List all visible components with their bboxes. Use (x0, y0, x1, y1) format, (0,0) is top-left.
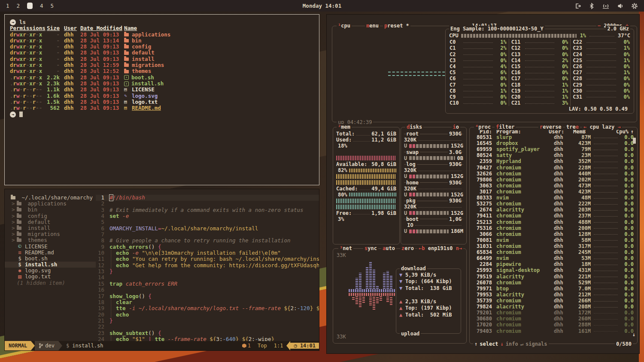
process-row[interactable]: 30680chromiumdhh260M0.0 (470, 316, 637, 322)
code-area[interactable]: 1#!/bin/bash23# Exit immediately if a co… (96, 189, 319, 341)
process-row[interactable]: 3063chromiumdhh473M0.0 (470, 183, 637, 189)
zero-button[interactable]: zero (400, 245, 415, 251)
bluetooth-icon[interactable] (589, 3, 595, 9)
statusline-clock: ◷ 14:01 (290, 343, 319, 349)
tree-file-boot.sh[interactable]: $boot.sh (5, 256, 96, 262)
workspace-4[interactable]: 4 (40, 3, 43, 9)
process-row[interactable]: 79971btopdhh7.0M0.0 (470, 286, 637, 292)
core-row: C271% (571, 69, 632, 75)
cpu-box: ¹cpu menu preset * 14:01:17 − 2000ms + u… (332, 26, 637, 122)
code-line: 3# Exit immediately if a command exits w… (96, 207, 319, 213)
workspace-5[interactable]: 5 (51, 3, 54, 9)
disk-usage-row: U152G (404, 143, 463, 149)
available-meter (349, 169, 396, 172)
process-row[interactable]: 2359Hyprlanddhh352M0.0 (470, 158, 637, 164)
tree-button[interactable]: tree (565, 124, 580, 130)
process-row[interactable]: 26078chromiumdhh529M0.0 (470, 280, 637, 286)
editor-window[interactable]: ~/.local/share/omarchy> applications> bi… (4, 189, 319, 351)
tree-file-logo.txt[interactable]: ▤logo.txt (5, 274, 96, 280)
process-row[interactable]: 70427chromiumdhh228M0.0 (470, 165, 637, 171)
disk-name-row: pkg930G (404, 198, 463, 204)
powerline-separator (286, 341, 290, 350)
proc-footer: ↑select ↓info ↵signals (473, 341, 549, 347)
branch-icon (39, 343, 43, 348)
proc-scrollbar-thumb[interactable] (633, 138, 636, 144)
process-row[interactable]: 25213chromiumdhh488M0.0 (470, 219, 637, 225)
process-row[interactable]: 79824alacrittydhh208M0.0 (470, 304, 637, 310)
select-button[interactable]: select (480, 341, 498, 347)
disk-name-row: log930G (404, 161, 463, 167)
workspace-1[interactable]: 1 (6, 3, 9, 9)
tree-file-README.md[interactable]: ≡README.md (5, 250, 96, 256)
sort-column-switcher[interactable]: ← cpu lazy → (582, 124, 622, 130)
filter-button[interactable]: filter (495, 124, 516, 130)
menu-button[interactable]: menu (365, 23, 380, 29)
code-line: 10│ echo -e "\n\e[31mOmarchy installatio… (96, 250, 319, 256)
workspace-2[interactable]: 2 (17, 3, 20, 9)
auto-button[interactable]: auto (381, 245, 396, 251)
process-row[interactable]: 80333nvimdhh48M0.0 (470, 195, 637, 201)
process-row[interactable]: 2674alacrittydhh203M0.0 (470, 207, 637, 213)
process-row[interactable]: 2284pipewiredhh18M0.0 (470, 261, 637, 267)
process-row[interactable]: 3017chromiumdhh423M0.0 (470, 189, 637, 195)
shell-icon: $ (17, 262, 23, 268)
interface-switcher[interactable]: ←b enp191s0 n→ (417, 245, 463, 251)
process-row[interactable]: 79201chromiumdhh172M0.0 (470, 310, 637, 316)
process-row[interactable]: 3066chromiumdhh128M0.0 (470, 231, 637, 237)
tree-file-LICENSE[interactable]: ©LICENSE (5, 244, 96, 250)
tree-folder-config[interactable]: > config (5, 213, 96, 219)
tree-file-logo.svg[interactable]: ✱logo.svg (5, 268, 96, 274)
core-row: C110% (509, 39, 571, 45)
network-icon[interactable] (602, 3, 610, 9)
process-row[interactable]: 31031chromiumdhh317M0.0 (470, 243, 637, 249)
volume-icon[interactable] (617, 3, 624, 9)
workspace-3[interactable] (27, 3, 33, 9)
download-label: download (400, 265, 427, 272)
process-row[interactable]: 65834chromiumdhh245M0.0 (470, 249, 637, 255)
tree-root[interactable]: ~/.local/share/omarchy (5, 195, 96, 201)
sync-button[interactable]: sync (363, 245, 378, 251)
disk-usage-row: U152G (404, 173, 463, 179)
settings-icon[interactable] (631, 3, 638, 9)
terminal-window[interactable]: ls PermissionsSizeUserDate ModifiedName … (4, 14, 319, 185)
doc-icon: ▤ (124, 87, 129, 93)
process-row[interactable]: 70081nvimdhh58M0.0 (470, 237, 637, 243)
tree-folder-themes[interactable]: > themes (5, 237, 96, 243)
tree-folder-migrations[interactable]: > migrations (5, 231, 96, 237)
process-row[interactable]: 53275chromiumdhh222M0.0 (470, 201, 637, 207)
io-toggle[interactable]: io (452, 124, 460, 130)
process-row[interactable]: 69959spotify_playerdhh79M0.0 (470, 146, 637, 152)
process-row[interactable]: 80524sattydhh23M0.0 (470, 152, 637, 158)
process-row[interactable]: 25993signal-desktopdhh431M0.0 (470, 267, 637, 273)
process-row[interactable]: 66499nvimdhh53M0.0 (470, 255, 637, 261)
process-row[interactable]: 79806chromiumdhh202M0.0 (470, 177, 637, 183)
ls-row: drwxr-xr-x-dhh28 Jul 09:13default (10, 50, 314, 56)
shell-icon: $ (17, 256, 23, 262)
process-row[interactable]: 32626chromiumdhh440M0.0 (470, 171, 637, 177)
info-button[interactable]: info (506, 341, 518, 347)
script-icon: › (124, 81, 129, 86)
tree-folder-applications[interactable]: > applications (5, 201, 96, 207)
process-row[interactable]: 80531slurpdhh87M0.0 (470, 134, 637, 140)
disk-usage-row: U0B (404, 155, 463, 161)
tree-folder-bin[interactable]: > bin (5, 207, 96, 213)
process-row[interactable]: 79403chromiumdhh161M0.0 (470, 328, 637, 334)
tree-folder-default[interactable]: > default (5, 219, 96, 225)
process-row[interactable]: 79519alacrittydhh221M0.0 (470, 274, 637, 280)
process-row[interactable]: 35739chromiumdhh266M0.0 (470, 298, 637, 304)
tree-file-install.sh[interactable]: $install.sh (5, 262, 96, 268)
process-row[interactable]: 16545dropboxdhh423M0.0 (470, 140, 637, 146)
reverse-button[interactable]: reverse (538, 124, 563, 130)
process-row[interactable]: 17020chromiumdhh288M0.0 (470, 322, 637, 328)
up-arrow-icon: ▲ (399, 312, 405, 318)
btop-window[interactable]: ¹cpu menu preset * 14:01:17 − 2000ms + u… (326, 14, 640, 354)
process-row[interactable]: 79411chromiumdhh237M0.0 (470, 213, 637, 219)
dir-icon (124, 63, 129, 67)
tree-folder-install[interactable]: > install (5, 225, 96, 231)
process-row[interactable]: 79953alacrittydhh212M0.0 (470, 292, 637, 298)
prompt-line-2[interactable] (10, 111, 314, 117)
logout-icon[interactable] (574, 3, 581, 9)
signals-button[interactable]: signals (526, 341, 547, 347)
process-row[interactable]: 75316chromiumdhh200M0.0 (470, 225, 637, 231)
preset-button[interactable]: preset * (383, 23, 410, 29)
